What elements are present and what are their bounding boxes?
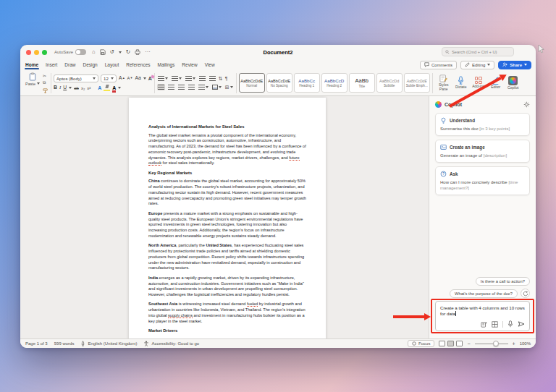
numbered-list-button[interactable] xyxy=(171,75,182,82)
zoom-in-button[interactable]: + xyxy=(513,341,515,346)
borders-button[interactable]: ⊞ xyxy=(224,84,234,90)
search-input[interactable]: Search (Cmd + Ctrl + U) xyxy=(442,47,514,56)
style-sample: AaBb xyxy=(355,77,368,84)
copilot-card-ask[interactable]: ?AskHow can I more concisely describe [t… xyxy=(435,166,530,195)
line-spacing-button[interactable] xyxy=(198,84,209,90)
undo-dropdown-icon[interactable] xyxy=(119,51,122,54)
cut-icon[interactable]: ✂ xyxy=(43,73,48,78)
editor-button[interactable]: Editor xyxy=(487,77,505,90)
clear-formatting-button[interactable]: A xyxy=(148,76,152,81)
zoom-window-button[interactable] xyxy=(42,50,47,55)
strikethrough-button[interactable]: ab xyxy=(74,86,79,90)
style-subtle-emph-[interactable]: AaBbCcDdESubtle Emph... xyxy=(404,73,430,93)
style-heading-2[interactable]: AaBbCcDHeading 2 xyxy=(321,73,348,93)
format-painter-icon[interactable] xyxy=(43,88,48,93)
decrease-indent-button[interactable] xyxy=(198,75,206,82)
paste-button[interactable]: Paste xyxy=(23,72,42,95)
tab-view[interactable]: View xyxy=(204,61,216,69)
refresh-suggestions-button[interactable] xyxy=(521,289,530,298)
zoom-level[interactable]: 100% xyxy=(520,341,531,346)
word-count[interactable]: 599 words xyxy=(54,341,75,346)
accessibility-status[interactable]: Accessibility: Good to go xyxy=(143,341,199,346)
align-left-button[interactable] xyxy=(157,84,165,90)
prompt-guide-icon[interactable] xyxy=(481,321,487,328)
redo-icon[interactable]: ↻ xyxy=(126,49,130,55)
accessibility-label: Accessibility: Good to go xyxy=(151,341,199,346)
settings-icon[interactable] xyxy=(523,101,530,108)
save-icon[interactable] xyxy=(100,49,106,55)
copilot-card-understand[interactable]: UnderstandSummarise this doc [in 3 key p… xyxy=(435,113,530,136)
tab-layout[interactable]: Layout xyxy=(104,61,120,69)
suggestion-chip[interactable]: What's the purpose of the doc? xyxy=(450,289,518,298)
multilevel-list-button[interactable] xyxy=(185,75,196,82)
zoom-out-button[interactable]: − xyxy=(467,341,470,346)
tab-home[interactable]: Home xyxy=(25,61,39,69)
zoom-slider-knob[interactable] xyxy=(493,341,499,346)
table-icon[interactable] xyxy=(492,321,498,328)
highlight-button[interactable] xyxy=(104,85,110,91)
tab-design[interactable]: Design xyxy=(83,61,98,69)
document-page[interactable]: Analysis of International Markets for St… xyxy=(129,98,326,338)
italic-button[interactable]: I xyxy=(59,85,61,90)
font-name-select[interactable]: Aptos (Body) xyxy=(54,74,98,82)
proofing-status[interactable]: English (United Kingdom) xyxy=(80,341,137,346)
justify-button[interactable] xyxy=(188,84,195,90)
font-color-button[interactable]: A xyxy=(112,85,116,90)
tab-references[interactable]: References xyxy=(125,61,151,69)
bold-button[interactable]: B xyxy=(54,85,57,90)
tab-insert[interactable]: Insert xyxy=(45,61,58,69)
underline-button[interactable]: U xyxy=(63,85,67,90)
tab-mailings[interactable]: Mailings xyxy=(157,61,176,69)
subscript-button[interactable]: x₂ xyxy=(81,86,85,90)
show-paragraph-marks-button[interactable]: ¶ xyxy=(225,76,228,81)
page-indicator[interactable]: Page 1 of 3 xyxy=(25,341,48,346)
style-no-spacing[interactable]: AaBbCcDdENo Spacing xyxy=(266,73,292,93)
dictate-button[interactable]: Dictate xyxy=(452,76,470,90)
increase-indent-button[interactable] xyxy=(208,75,216,82)
copilot-logo-icon xyxy=(435,101,442,108)
autosave-switch[interactable] xyxy=(75,49,86,55)
style-heading-1[interactable]: AaBbCcHeading 1 xyxy=(294,73,320,93)
change-case-button[interactable]: Aa xyxy=(135,76,140,81)
comments-button[interactable]: Comments xyxy=(420,61,457,69)
grow-font-button[interactable]: A▲ xyxy=(119,76,125,81)
style-normal[interactable]: AaBbCcDdENormal xyxy=(239,73,265,93)
editing-mode-button[interactable]: Editing xyxy=(460,61,494,69)
text-effects-button[interactable]: A xyxy=(98,85,101,90)
send-icon[interactable] xyxy=(518,320,525,328)
bullet-list-button[interactable] xyxy=(157,75,169,82)
sort-button[interactable]: ⇅ xyxy=(219,76,223,81)
undo-icon[interactable]: ↺ xyxy=(110,49,114,55)
more-icon[interactable]: ··· xyxy=(145,49,151,55)
web-layout-button[interactable] xyxy=(456,341,463,346)
close-window-button[interactable] xyxy=(26,50,31,55)
read-mode-button[interactable] xyxy=(439,341,445,346)
align-right-button[interactable] xyxy=(177,84,185,90)
style-title[interactable]: AaBbTitle xyxy=(349,73,375,93)
shrink-font-button[interactable]: A▼ xyxy=(127,77,133,81)
mic-icon[interactable] xyxy=(507,320,513,328)
copy-icon[interactable]: ⧉ xyxy=(43,80,48,85)
share-button[interactable]: Share xyxy=(498,61,531,69)
align-center-button[interactable] xyxy=(167,84,175,90)
tab-review[interactable]: Review xyxy=(181,61,198,69)
copilot-button[interactable]: Copilot xyxy=(505,76,522,90)
print-icon[interactable] xyxy=(135,49,140,55)
font-size-select[interactable]: 12 xyxy=(101,74,117,82)
minimize-window-button[interactable] xyxy=(34,50,39,55)
add-ins-button[interactable]: Add-ins xyxy=(470,77,487,89)
print-layout-button[interactable] xyxy=(447,341,454,346)
suggestion-chip[interactable]: Is there a call to action? xyxy=(476,277,530,286)
shading-button[interactable] xyxy=(211,84,222,90)
superscript-button[interactable]: x² xyxy=(87,86,90,90)
pencil-icon xyxy=(465,62,470,67)
style-subtitle[interactable]: AaBbCcDdSubtitle xyxy=(376,73,403,93)
copilot-prompt-input[interactable]: Create a table with 4 columns and 10 row… xyxy=(435,301,530,331)
home-icon[interactable]: ⌂ xyxy=(92,49,96,55)
zoom-slider[interactable] xyxy=(475,344,508,344)
styles-pane-button[interactable]: Styles Pane xyxy=(435,74,452,92)
focus-button[interactable]: Focus xyxy=(408,340,434,347)
copilot-card-create-an-image[interactable]: Create an imageGenerate an image of [des… xyxy=(435,140,530,163)
autosave-toggle[interactable]: AutoSave xyxy=(54,49,86,55)
tab-draw[interactable]: Draw xyxy=(64,61,76,69)
